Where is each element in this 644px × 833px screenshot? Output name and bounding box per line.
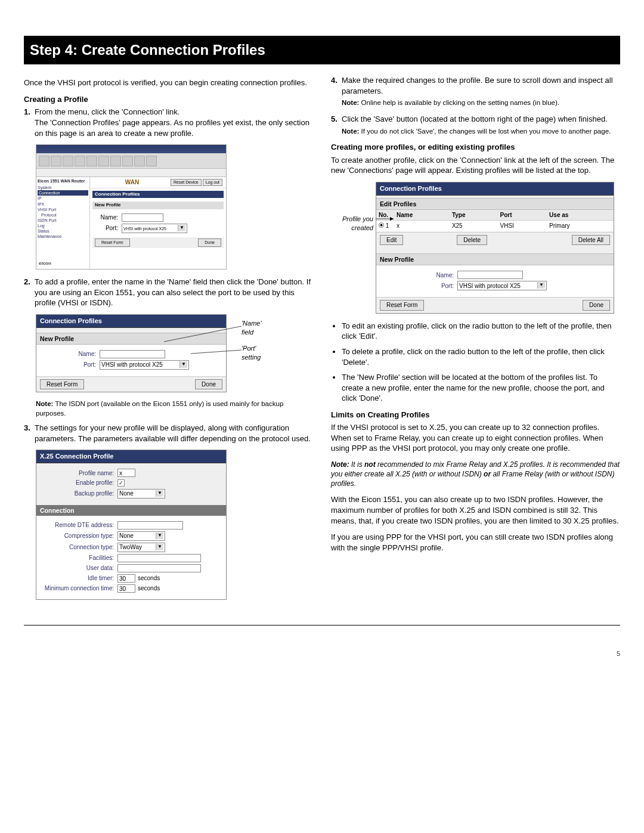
bullet-new-profile: The 'New Profile' section will be locate… bbox=[342, 372, 620, 404]
step-5: 5. Click the 'Save' button (located at t… bbox=[331, 114, 620, 136]
callout-name-field: 'Name' field bbox=[242, 319, 268, 337]
new-profile-header: New Profile bbox=[36, 333, 226, 345]
backup-profile-label: Backup profile: bbox=[40, 490, 117, 498]
limits-p2: With the Eicon 1551, you can also create… bbox=[331, 494, 620, 526]
edit-profiles-header: Edit Profiles bbox=[376, 198, 614, 210]
done-button[interactable]: Done bbox=[195, 379, 222, 390]
step-4: 4. Make the required changes to the prof… bbox=[331, 75, 620, 108]
port-select[interactable]: VHSI with protocol X25 bbox=[100, 360, 189, 370]
step-3-text: The settings for your new profile will b… bbox=[35, 423, 311, 443]
user-data-label: User data: bbox=[40, 564, 117, 572]
step-4-num: 4. bbox=[331, 75, 338, 86]
port-select-2[interactable]: VHSI with protocol X25 bbox=[457, 281, 547, 290]
step-1-text-a: From the menu, click the 'Connection' li… bbox=[35, 107, 179, 116]
creating-profile-heading: Creating a Profile bbox=[24, 94, 313, 105]
limits-p3: If you are using PPP for the VHSI port, … bbox=[331, 532, 620, 553]
user-data-input[interactable] bbox=[117, 564, 201, 572]
name-label-2: Name: bbox=[380, 271, 457, 280]
step-1-text-b: The 'Connection Profiles' page appears. … bbox=[35, 118, 309, 138]
profile-name-label: Profile name: bbox=[40, 469, 117, 478]
bullet-delete: To delete a profile, click on the radio … bbox=[342, 346, 620, 367]
th-name: Name bbox=[394, 210, 450, 221]
enable-profile-label: Enable profile: bbox=[40, 479, 117, 487]
profile-radio[interactable] bbox=[379, 222, 384, 228]
table-row: 1 x X25 VHSI Primary bbox=[376, 221, 614, 232]
figure-connection-profiles: Connection Profiles New Profile Name: Po… bbox=[36, 314, 268, 393]
limits-heading: Limits on Creating Profiles bbox=[331, 410, 620, 420]
x25-title: X.25 Connection Profile bbox=[36, 450, 226, 463]
callout-profile-created: Profile you created bbox=[331, 182, 376, 314]
profile-name-input[interactable]: x bbox=[117, 469, 135, 477]
name-input[interactable] bbox=[100, 350, 165, 358]
dlg-title: Connection Profiles bbox=[36, 315, 226, 328]
page-number: 5 bbox=[24, 649, 620, 658]
min-conn-unit: seconds bbox=[138, 584, 160, 593]
mini-sidebar: Eicon 1551 WAN Router System Connection … bbox=[36, 177, 90, 269]
idle-timer-input[interactable]: 30 bbox=[117, 574, 135, 583]
new-profile-header-2: New Profile bbox=[376, 253, 614, 265]
port-label: Port: bbox=[40, 361, 100, 369]
th-port: Port bbox=[498, 210, 547, 221]
right-column: 4. Make the required changes to the prof… bbox=[331, 75, 620, 607]
th-type: Type bbox=[450, 210, 498, 221]
reset-form-button[interactable]: Reset Form bbox=[40, 379, 84, 390]
min-conn-label: Minimum connection time: bbox=[40, 584, 117, 593]
figure-browser-screenshot: Eicon 1551 WAN Router System Connection … bbox=[36, 144, 313, 270]
idle-timer-label: Idle timer: bbox=[40, 574, 117, 583]
figure-x25-profile: X.25 Connection Profile Profile name:x E… bbox=[36, 450, 313, 600]
creating-more-heading: Creating more profiles, or editing exist… bbox=[331, 142, 620, 153]
backup-profile-select[interactable]: None bbox=[117, 489, 165, 498]
edit-button[interactable]: Edit bbox=[380, 235, 403, 246]
step-4-text: Make the required changes to the profile… bbox=[342, 76, 613, 95]
facilities-input[interactable] bbox=[117, 554, 201, 562]
remote-dte-input[interactable] bbox=[117, 521, 183, 529]
step-2-num: 2. bbox=[24, 277, 30, 287]
reset-form-button-2[interactable]: Reset Form bbox=[380, 300, 424, 311]
enable-profile-checkbox[interactable]: ✓ bbox=[117, 479, 125, 487]
edit-dlg-title: Connection Profiles bbox=[376, 182, 614, 196]
left-column: Once the VHSI port protocol is verified,… bbox=[24, 75, 313, 607]
step-3: 3. The settings for your new profile wil… bbox=[24, 423, 313, 444]
th-no: No. bbox=[376, 210, 394, 221]
callout-port-setting: 'Port' setting bbox=[242, 344, 268, 362]
min-conn-input[interactable]: 30 bbox=[117, 584, 135, 593]
step-3-num: 3. bbox=[24, 423, 30, 433]
name-label: Name: bbox=[40, 350, 100, 358]
compression-select[interactable]: None bbox=[117, 531, 165, 541]
figure-edit-profiles: Profile you created Connection Profiles … bbox=[331, 182, 617, 314]
idle-timer-unit: seconds bbox=[138, 574, 160, 583]
compression-label: Compression type: bbox=[40, 532, 117, 540]
bullet-edit: To edit an existing profile, click on th… bbox=[342, 321, 620, 342]
intro-text: Once the VHSI port protocol is verified,… bbox=[24, 78, 313, 88]
connection-subheader: Connection bbox=[36, 505, 226, 516]
page-title: Step 4: Create Connection Profiles bbox=[24, 36, 620, 64]
port-label-2: Port: bbox=[380, 282, 457, 290]
name-input-2[interactable] bbox=[457, 271, 523, 279]
th-use: Use as bbox=[547, 210, 614, 221]
note-mix-profiles: Note: It is not recommended to mix Frame… bbox=[331, 460, 620, 489]
facilities-label: Facilities: bbox=[40, 554, 117, 562]
creating-more-text: To create another profile, click on the … bbox=[331, 155, 620, 176]
remote-dte-label: Remote DTE address: bbox=[40, 521, 117, 529]
step-1: 1. From the menu, click the 'Connection'… bbox=[24, 107, 313, 138]
step-2-text: To add a profile, enter the name in the … bbox=[35, 277, 311, 307]
delete-button[interactable]: Delete bbox=[457, 235, 487, 246]
step-5-num: 5. bbox=[331, 114, 338, 125]
limits-p1: If the VHSI protocol is set to X.25, you… bbox=[331, 422, 620, 454]
note-save-warning: Note: If you do not click 'Save', the ch… bbox=[342, 127, 620, 137]
step-2: 2. To add a profile, enter the name in t… bbox=[24, 277, 313, 308]
delete-all-button[interactable]: Delete All bbox=[572, 235, 610, 246]
note-isdn: Note: The ISDN port (available on the Ei… bbox=[36, 400, 313, 418]
step-1-num: 1. bbox=[24, 107, 30, 117]
profiles-table: No. Name Type Port Use as 1 x X25 VHSI bbox=[376, 210, 614, 232]
note-online-help: Note: Online help is available by clicki… bbox=[342, 98, 620, 108]
conn-type-label: Connection type: bbox=[40, 543, 117, 552]
step-5-text: Click the 'Save' button (located at the … bbox=[342, 114, 608, 123]
done-button-2[interactable]: Done bbox=[583, 300, 610, 311]
conn-type-select[interactable]: TwoWay bbox=[117, 543, 165, 552]
